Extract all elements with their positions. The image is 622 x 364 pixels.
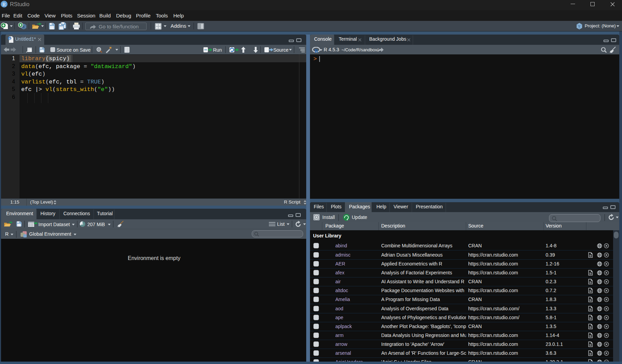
svg-text:R: R [315,48,319,53]
svg-text:R: R [578,24,581,28]
svg-text:R: R [2,2,6,7]
svg-text:R: R [9,37,11,40]
